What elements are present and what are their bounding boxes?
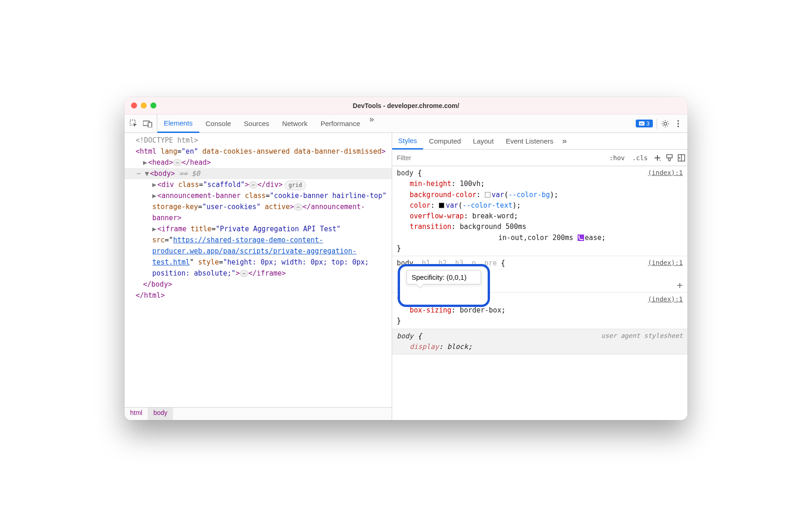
- more-options-icon[interactable]: [674, 119, 683, 128]
- rule-source-link[interactable]: (index):1: [648, 258, 683, 268]
- dom-scaffold[interactable]: ▶<div class="scaffold">⋯</div>grid: [125, 179, 392, 190]
- tab-console[interactable]: Console: [199, 114, 238, 132]
- bezier-editor-icon[interactable]: [578, 234, 584, 241]
- svg-point-6: [677, 123, 679, 124]
- inspect-element-icon[interactable]: [129, 119, 138, 128]
- svg-point-7: [677, 126, 679, 127]
- color-swatch-icon[interactable]: [485, 192, 490, 198]
- paint-brush-icon[interactable]: [663, 150, 675, 166]
- settings-icon[interactable]: [661, 119, 670, 128]
- style-rule-body[interactable]: (index):1 body { min-height: 100vh; back…: [392, 166, 687, 256]
- hov-toggle[interactable]: :hov: [606, 150, 629, 166]
- style-rule-user-agent[interactable]: user agent stylesheet body { display: bl…: [392, 329, 687, 355]
- device-toolbar-icon[interactable]: [143, 119, 152, 128]
- toggle-computed-icon[interactable]: [675, 150, 687, 166]
- dom-doctype[interactable]: <!DOCTYPE html>: [125, 135, 392, 146]
- dom-iframe[interactable]: ▶<iframe title="Private Aggregation API …: [125, 223, 392, 279]
- dom-announcement-banner[interactable]: ▶<announcement-banner class="cookie-bann…: [125, 190, 392, 223]
- dom-tree[interactable]: <!DOCTYPE html> <html lang="en" data-coo…: [125, 133, 392, 407]
- tab-event-listeners[interactable]: Event Listeners: [500, 133, 559, 149]
- main-toolbar: Elements Console Sources Network Perform…: [125, 114, 687, 133]
- ellipsis-icon[interactable]: ⋯: [294, 204, 303, 210]
- dom-html-close[interactable]: </html>: [125, 290, 392, 301]
- crumb-body[interactable]: body: [148, 408, 173, 420]
- devtools-window: DevTools - developer.chrome.com/ Element…: [125, 97, 687, 420]
- specificity-tooltip: Specificity: (0,0,1): [406, 270, 481, 284]
- svg-point-4: [664, 122, 667, 125]
- new-style-rule-icon[interactable]: [651, 150, 663, 166]
- crumb-html[interactable]: html: [125, 408, 148, 420]
- dom-body-close[interactable]: </body>: [125, 279, 392, 290]
- more-styles-tabs-icon[interactable]: »: [560, 136, 570, 146]
- tab-styles[interactable]: Styles: [392, 133, 423, 150]
- ellipsis-icon[interactable]: ⋯: [249, 181, 258, 188]
- tab-sources[interactable]: Sources: [238, 114, 276, 132]
- add-property-icon[interactable]: +: [677, 280, 683, 290]
- dom-body-selected[interactable]: ⋯ ▼<body> == $0: [125, 168, 392, 179]
- styles-filter-bar: :hov .cls: [392, 150, 687, 166]
- rule-source-link[interactable]: (index):1: [648, 168, 683, 178]
- dom-html-open[interactable]: <html lang="en" data-cookies-answered da…: [125, 146, 392, 157]
- elements-panel: <!DOCTYPE html> <html lang="en" data-coo…: [125, 133, 392, 420]
- svg-rect-2: [148, 122, 152, 127]
- color-swatch-icon[interactable]: [439, 203, 444, 208]
- issues-badge[interactable]: 3: [636, 120, 653, 127]
- ellipsis-icon[interactable]: ⋯: [240, 270, 249, 277]
- filter-input[interactable]: [392, 150, 606, 166]
- more-tabs-icon[interactable]: »: [367, 114, 377, 132]
- cls-toggle[interactable]: .cls: [628, 150, 651, 166]
- tab-elements[interactable]: Elements: [157, 114, 199, 133]
- tab-computed[interactable]: Computed: [423, 133, 467, 149]
- rule-source-link[interactable]: (index):1: [648, 295, 683, 305]
- breadcrumb: html body: [125, 407, 392, 420]
- tab-layout[interactable]: Layout: [467, 133, 500, 149]
- styles-tabs: Styles Computed Layout Event Listeners »: [392, 133, 687, 150]
- tab-network[interactable]: Network: [276, 114, 314, 132]
- specificity-highlight: Specificity: (0,0,1): [398, 264, 490, 307]
- svg-rect-8: [667, 155, 672, 158]
- ellipsis-icon[interactable]: ⋯: [173, 159, 182, 166]
- window-title: DevTools - developer.chrome.com/: [125, 102, 687, 109]
- titlebar: DevTools - developer.chrome.com/: [125, 97, 687, 114]
- rule-source-label: user agent stylesheet: [601, 331, 683, 341]
- dom-head[interactable]: ▶<head>⋯</head>: [125, 157, 392, 168]
- grid-badge[interactable]: grid: [285, 180, 306, 190]
- panel-tabs: Elements Console Sources Network Perform…: [157, 114, 377, 132]
- svg-point-5: [677, 120, 679, 121]
- tab-performance[interactable]: Performance: [314, 114, 367, 132]
